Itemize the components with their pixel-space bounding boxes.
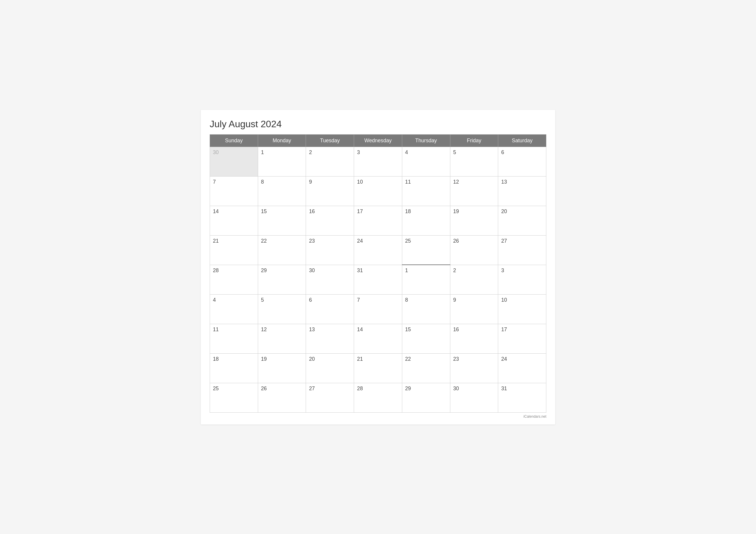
header-cell-tuesday: Tuesday bbox=[306, 134, 354, 147]
calendar-week-row: 45678910 bbox=[210, 294, 546, 324]
calendar-week-row: 11121314151617 bbox=[210, 324, 546, 353]
calendar-day-cell[interactable]: 31 bbox=[498, 383, 546, 413]
calendar-day-cell[interactable]: 13 bbox=[306, 324, 354, 353]
calendar-day-cell[interactable]: 29 bbox=[258, 265, 306, 294]
calendar-week-row: 28293031123 bbox=[210, 265, 546, 294]
calendar-day-cell[interactable]: 22 bbox=[258, 235, 306, 265]
header-cell-monday: Monday bbox=[258, 134, 306, 147]
calendar-day-cell[interactable]: 14 bbox=[354, 324, 402, 353]
calendar-day-cell[interactable]: 21 bbox=[210, 235, 258, 265]
calendar-day-cell[interactable]: 7 bbox=[354, 294, 402, 324]
calendar-week-row: 14151617181920 bbox=[210, 206, 546, 235]
calendar-day-cell[interactable]: 23 bbox=[450, 353, 498, 383]
calendar-day-cell[interactable]: 12 bbox=[450, 176, 498, 206]
calendar-day-cell[interactable]: 30 bbox=[210, 147, 258, 176]
calendar-day-cell[interactable]: 28 bbox=[354, 383, 402, 413]
calendar-day-cell[interactable]: 10 bbox=[498, 294, 546, 324]
calendar-day-cell[interactable]: 6 bbox=[498, 147, 546, 176]
calendar-day-cell[interactable]: 6 bbox=[306, 294, 354, 324]
calendar-day-cell[interactable]: 21 bbox=[354, 353, 402, 383]
header-cell-friday: Friday bbox=[450, 134, 498, 147]
calendar-day-cell[interactable]: 2 bbox=[450, 265, 498, 294]
calendar-day-cell[interactable]: 16 bbox=[450, 324, 498, 353]
calendar-body: 3012345678910111213141516171819202122232… bbox=[210, 147, 546, 413]
calendar-day-cell[interactable]: 17 bbox=[354, 206, 402, 235]
calendar-day-cell[interactable]: 15 bbox=[402, 324, 450, 353]
calendar-day-cell[interactable]: 27 bbox=[306, 383, 354, 413]
calendar-day-cell[interactable]: 8 bbox=[258, 176, 306, 206]
header-cell-saturday: Saturday bbox=[498, 134, 546, 147]
calendar-day-cell[interactable]: 3 bbox=[498, 265, 546, 294]
calendar-day-cell[interactable]: 13 bbox=[498, 176, 546, 206]
calendar-day-cell[interactable]: 29 bbox=[402, 383, 450, 413]
calendar-day-cell[interactable]: 14 bbox=[210, 206, 258, 235]
calendar-day-cell[interactable]: 4 bbox=[210, 294, 258, 324]
calendar-day-cell[interactable]: 19 bbox=[450, 206, 498, 235]
calendar-day-cell[interactable]: 16 bbox=[306, 206, 354, 235]
calendar-container: July August 2024 SundayMondayTuesdayWedn… bbox=[201, 110, 555, 424]
header-row: SundayMondayTuesdayWednesdayThursdayFrid… bbox=[210, 134, 546, 147]
calendar-day-cell[interactable]: 27 bbox=[498, 235, 546, 265]
calendar-title: July August 2024 bbox=[210, 119, 546, 130]
calendar-day-cell[interactable]: 8 bbox=[402, 294, 450, 324]
calendar-day-cell[interactable]: 11 bbox=[402, 176, 450, 206]
calendar-day-cell[interactable]: 24 bbox=[354, 235, 402, 265]
calendar-day-cell[interactable]: 22 bbox=[402, 353, 450, 383]
calendar-day-cell[interactable]: 9 bbox=[306, 176, 354, 206]
calendar-day-cell[interactable]: 20 bbox=[498, 206, 546, 235]
calendar-day-cell[interactable]: 25 bbox=[402, 235, 450, 265]
calendar-day-cell[interactable]: 3 bbox=[354, 147, 402, 176]
calendar-week-row: 21222324252627 bbox=[210, 235, 546, 265]
calendar-day-cell[interactable]: 24 bbox=[498, 353, 546, 383]
calendar-day-cell[interactable]: 20 bbox=[306, 353, 354, 383]
calendar-table: SundayMondayTuesdayWednesdayThursdayFrid… bbox=[210, 134, 546, 413]
calendar-week-row: 18192021222324 bbox=[210, 353, 546, 383]
calendar-day-cell[interactable]: 17 bbox=[498, 324, 546, 353]
calendar-day-cell[interactable]: 7 bbox=[210, 176, 258, 206]
calendar-week-row: 30123456 bbox=[210, 147, 546, 176]
calendar-week-row: 78910111213 bbox=[210, 176, 546, 206]
calendar-footer: iCalendars.net bbox=[210, 414, 546, 418]
calendar-day-cell[interactable]: 12 bbox=[258, 324, 306, 353]
calendar-day-cell[interactable]: 30 bbox=[306, 265, 354, 294]
calendar-day-cell[interactable]: 4 bbox=[402, 147, 450, 176]
calendar-day-cell[interactable]: 26 bbox=[258, 383, 306, 413]
calendar-day-cell[interactable]: 5 bbox=[450, 147, 498, 176]
header-cell-thursday: Thursday bbox=[402, 134, 450, 147]
calendar-day-cell[interactable]: 15 bbox=[258, 206, 306, 235]
calendar-day-cell[interactable]: 2 bbox=[306, 147, 354, 176]
calendar-day-cell[interactable]: 1 bbox=[402, 265, 450, 294]
header-cell-sunday: Sunday bbox=[210, 134, 258, 147]
calendar-header: SundayMondayTuesdayWednesdayThursdayFrid… bbox=[210, 134, 546, 147]
calendar-day-cell[interactable]: 10 bbox=[354, 176, 402, 206]
calendar-day-cell[interactable]: 1 bbox=[258, 147, 306, 176]
calendar-day-cell[interactable]: 28 bbox=[210, 265, 258, 294]
calendar-day-cell[interactable]: 30 bbox=[450, 383, 498, 413]
calendar-day-cell[interactable]: 5 bbox=[258, 294, 306, 324]
calendar-day-cell[interactable]: 23 bbox=[306, 235, 354, 265]
calendar-day-cell[interactable]: 18 bbox=[210, 353, 258, 383]
calendar-day-cell[interactable]: 9 bbox=[450, 294, 498, 324]
calendar-day-cell[interactable]: 11 bbox=[210, 324, 258, 353]
calendar-day-cell[interactable]: 25 bbox=[210, 383, 258, 413]
header-cell-wednesday: Wednesday bbox=[354, 134, 402, 147]
calendar-week-row: 25262728293031 bbox=[210, 383, 546, 413]
calendar-day-cell[interactable]: 19 bbox=[258, 353, 306, 383]
calendar-day-cell[interactable]: 18 bbox=[402, 206, 450, 235]
calendar-day-cell[interactable]: 31 bbox=[354, 265, 402, 294]
calendar-day-cell[interactable]: 26 bbox=[450, 235, 498, 265]
